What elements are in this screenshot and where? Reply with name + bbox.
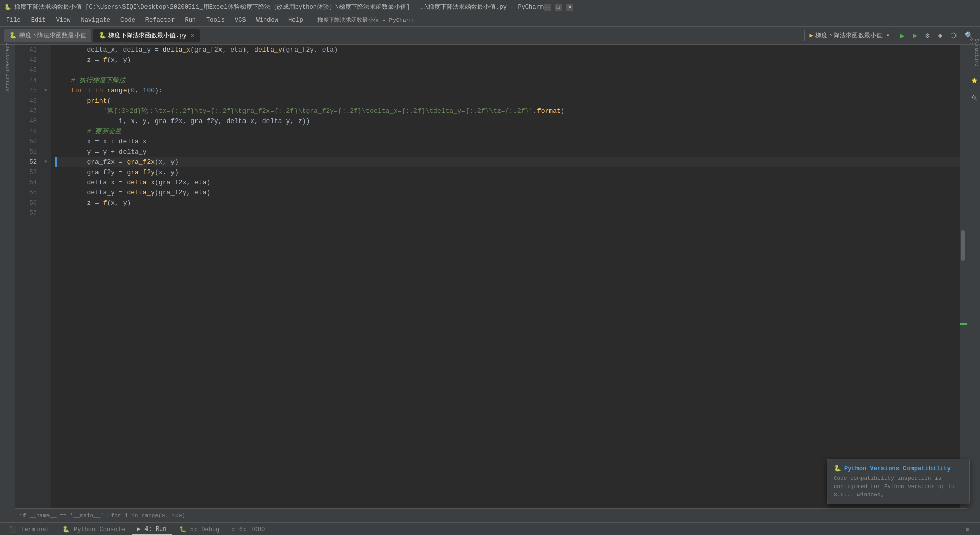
tab-active-file[interactable]: 🐍 梯度下降法求函数最小值.py ✕	[93, 29, 200, 42]
code-line-47: '第{:0>2d}轮：\tx={:.2f}\ty={:.2f}\tgra_f2x…	[55, 106, 960, 116]
breadcrumb-item-1[interactable]: if __name__ == '__main__'	[19, 513, 104, 519]
fold-icon-45[interactable]: ▼	[41, 86, 51, 96]
code-line-53: gra_f2y = gra_f2y(x, y)	[55, 167, 960, 178]
editor-area: 41 42 43 44 45 46 47 48 49 50 51 52 53 5…	[15, 45, 967, 522]
sidebar-structure-icon[interactable]: 2: Structure	[968, 47, 979, 58]
tab-python-console[interactable]: 🐍 Python Console	[57, 524, 130, 535]
code-content[interactable]: delta_x, delta_y = delta_x(gra_f2x, eta)…	[51, 45, 960, 508]
sidebar-item-structure[interactable]: Structure	[2, 71, 14, 84]
tab-debug[interactable]: 🐛 5: Debug	[174, 524, 225, 535]
terminal-icon: ⬛	[9, 526, 17, 533]
code-line-50: x = x + delta_x	[55, 137, 960, 147]
tab-run[interactable]: ▶ 4: Run	[132, 524, 172, 535]
code-line-56: z = f(x, y)	[55, 198, 960, 208]
sidebar-plugins-icon[interactable]: 🔌	[968, 92, 979, 103]
code-line-45: for i in range(0, 100):	[55, 86, 960, 96]
code-line-51: y = y + delta_y	[55, 147, 960, 157]
menu-edit[interactable]: Edit	[27, 16, 50, 25]
menu-view[interactable]: View	[52, 16, 75, 25]
notification-popup: 🐍 Python Versions Compatibility Code com…	[827, 459, 970, 504]
code-line-41: delta_x, delta_y = delta_x(gra_f2x, eta)…	[55, 45, 960, 55]
error-marker	[960, 323, 967, 325]
maximize-button[interactable]: □	[555, 4, 562, 11]
todo-icon: ☑	[232, 526, 235, 533]
code-line-42: z = f(x, y)	[55, 55, 960, 65]
project-icon: 🐍	[4, 4, 11, 10]
run-config-label: 梯度下降法求函数最小值 ▾	[815, 31, 890, 40]
code-line-43	[55, 65, 960, 76]
tab-close-icon[interactable]: ✕	[191, 32, 194, 39]
menu-code[interactable]: Code	[116, 16, 139, 25]
cursor-indicator	[55, 157, 57, 167]
profile-button[interactable]: ◈	[936, 30, 945, 41]
close-button[interactable]: ✕	[566, 4, 573, 11]
title-center: 梯度下降法求函数最小值 - PyCharm	[317, 16, 413, 24]
toolbar: 🐍 梯度下降法求函数最小值 🐍 梯度下降法求函数最小值.py ✕ ▶ 梯度下降法…	[0, 27, 980, 45]
code-line-52[interactable]: gra_f2x = gra_f2x(x, y)	[55, 157, 960, 167]
code-line-49: # 更新变量	[55, 127, 960, 137]
breadcrumb-bar: if __name__ == '__main__' › for i in ran…	[15, 508, 967, 522]
menu-bar: File Edit View Navigate Code Refactor Ru…	[0, 14, 980, 27]
bottom-tab-right: ⚙ ─	[966, 526, 976, 533]
toolbar-right: ▶ 梯度下降法求函数最小值 ▾ ▶ ▶ ⚙ ◈ ⬡ 🔍	[804, 29, 976, 42]
minimize-button[interactable]: ─	[544, 4, 551, 11]
code-editor: 41 42 43 44 45 46 47 48 49 50 51 52 53 5…	[15, 45, 967, 508]
debug-icon: 🐛	[179, 526, 187, 533]
notification-body: Code compatibility inspection is configu…	[834, 474, 963, 499]
run-config-selector[interactable]: ▶ 梯度下降法求函数最小值 ▾	[804, 30, 894, 41]
run-icon: ▶	[137, 526, 141, 533]
minimap-scrollbar[interactable]	[960, 45, 967, 508]
python-file-icon: 🐍	[9, 32, 17, 39]
tab-main-file[interactable]: 🐍 梯度下降法求函数最小值	[4, 29, 91, 42]
fold-gutter: ▼ ▼	[41, 45, 51, 508]
run-config-icon: ▶	[809, 32, 813, 39]
sidebar-item-project[interactable]: Project	[2, 47, 14, 59]
code-line-48: i, x, y, gra_f2x, gra_f2y, delta_x, delt…	[55, 116, 960, 127]
menu-file[interactable]: File	[2, 16, 25, 25]
notification-title: 🐍 Python Versions Compatibility	[834, 465, 963, 472]
bottom-tabs-bar: ⬛ Terminal 🐍 Python Console ▶ 4: Run 🐛 5…	[0, 523, 980, 535]
python-console-icon: 🐍	[62, 526, 70, 533]
title-bar: 🐍 梯度下降法求函数最小值 [C:\Users\SIQI\Desktop\202…	[0, 0, 980, 14]
menu-navigate[interactable]: Navigate	[77, 16, 114, 25]
menu-vcs[interactable]: VCS	[231, 16, 250, 25]
line-numbers: 41 42 43 44 45 46 47 48 49 50 51 52 53 5…	[15, 45, 41, 508]
settings-icon[interactable]: ⚙	[966, 526, 969, 533]
menu-refactor[interactable]: Refactor	[141, 16, 179, 25]
minimize-panel-icon[interactable]: ─	[972, 526, 976, 533]
menu-window[interactable]: Window	[252, 16, 282, 25]
coverage-button[interactable]: ⚙	[923, 30, 932, 41]
debug-run-button[interactable]: ▶	[911, 30, 920, 41]
bottom-panel: ⬛ Terminal 🐍 Python Console ▶ 4: Run 🐛 5…	[0, 522, 980, 535]
tab-terminal[interactable]: ⬛ Terminal	[4, 524, 55, 535]
tab-active-file-label: 梯度下降法求函数最小值.py	[108, 31, 187, 40]
menu-help[interactable]: Help	[284, 16, 307, 25]
window-title: 梯度下降法求函数最小值 [C:\Users\SIQI\Desktop\20200…	[14, 3, 544, 11]
tab-main-file-label: 梯度下降法求函数最小值	[19, 31, 86, 40]
run-button[interactable]: ▶	[897, 29, 908, 42]
breadcrumb-sep-1: ›	[106, 513, 109, 519]
tab-todo[interactable]: ☑ 6: TODO	[227, 524, 270, 535]
menu-run[interactable]: Run	[181, 16, 200, 25]
fold-icon-56[interactable]: ▼	[41, 157, 51, 167]
breadcrumb-item-2[interactable]: for i in range(0, 100)	[111, 513, 185, 519]
right-sidebar: 2: Structure ⭐ 🔌	[967, 45, 980, 522]
code-line-44: # 执行梯度下降法	[55, 76, 960, 86]
scroll-thumb[interactable]	[961, 230, 965, 261]
sidebar-favorites-icon[interactable]: ⭐	[968, 75, 979, 86]
code-line-57	[55, 208, 960, 218]
notification-icon: 🐍	[834, 465, 841, 472]
python-file-icon-2: 🐍	[99, 32, 106, 39]
code-line-46: print(	[55, 96, 960, 106]
main-area: Project Structure 41 42 43 44 45 46 47 4…	[0, 45, 980, 522]
menu-tools[interactable]: Tools	[202, 16, 229, 25]
concurrency-button[interactable]: ⬡	[948, 30, 959, 41]
code-line-55: delta_y = delta_y(gra_f2y, eta)	[55, 188, 960, 198]
left-sidebar: Project Structure	[0, 45, 15, 522]
code-line-54: delta_x = delta_x(gra_f2x, eta)	[55, 178, 960, 188]
window-controls[interactable]: ─ □ ✕	[544, 4, 573, 11]
